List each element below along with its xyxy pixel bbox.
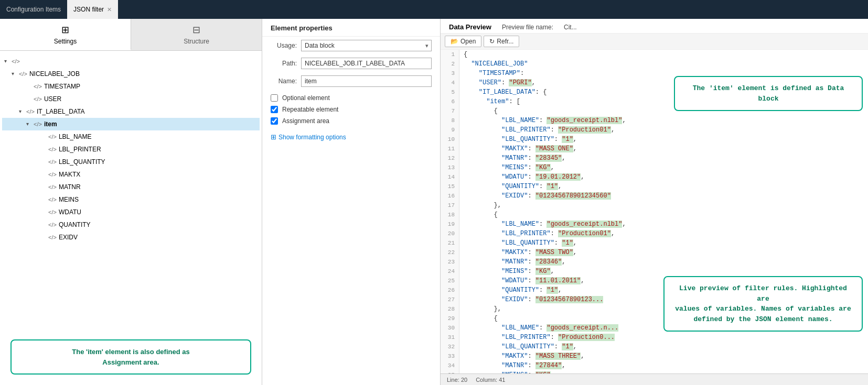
tooltip-live-preview-text: Live preview of filter rules. Highlighte…	[675, 284, 851, 323]
tree-item-meins[interactable]: </> MEINS	[2, 193, 260, 206]
show-formatting-options[interactable]: ⊞ Show formatting options	[262, 129, 440, 145]
middle-panel: Element properties Usage: Data block Pat…	[262, 19, 441, 385]
tab-settings[interactable]: ⊞ Settings	[0, 19, 131, 50]
structure-icon: ⊟	[192, 24, 200, 36]
status-column: Column: 41	[476, 377, 505, 383]
code-line-12: 12 "MATNR": "28345",	[441, 153, 868, 163]
repeatable-element-label: Repeatable element	[282, 106, 338, 113]
refresh-button[interactable]: ↻ Refr...	[484, 36, 519, 47]
main-content: ⊞ Settings ⊟ Structure ▾ </> ▾ </> NICEL…	[0, 19, 868, 385]
tab-settings-label: Settings	[54, 38, 77, 45]
name-input[interactable]	[301, 75, 432, 87]
code-line-32: 32 "LBL_QUANTITY": "1",	[441, 342, 868, 351]
status-bar: Line: 20 Column: 41	[441, 373, 868, 385]
tree-item-maktx[interactable]: </> MAKTX	[2, 168, 260, 181]
usage-select-wrap: Data block	[301, 40, 432, 51]
title-bar: Configuration Items JSON filter ✕	[0, 0, 868, 19]
code-line-24: 24 "MEINS": "KG",	[441, 267, 868, 276]
status-line: Line: 20	[447, 377, 467, 383]
left-panel: ⊞ Settings ⊟ Structure ▾ </> ▾ </> NICEL…	[0, 19, 262, 385]
code-line-11: 11 "MAKTX": "MASS ONE",	[441, 144, 868, 153]
code-line-9: 9 "LBL_PRINTER": "Production01",	[441, 125, 868, 135]
assignment-area-row: Assignment area	[271, 117, 432, 125]
code-line-15: 15 "QUANTITY": "1",	[441, 182, 868, 191]
code-line-34: 34 "MATNR": "27844",	[441, 361, 868, 370]
usage-row: Usage: Data block	[262, 37, 440, 54]
code-area[interactable]: 1 { 2 "NICELABEL_JOB" 3 "TIMESTAMP": 4 "…	[441, 50, 868, 373]
repeatable-element-checkbox[interactable]	[271, 106, 278, 113]
data-preview-title: Data Preview	[449, 23, 491, 31]
code-line-1: 1 {	[441, 50, 868, 59]
code-line-21: 21 "LBL_QUANTITY": "1",	[441, 238, 868, 248]
repeatable-element-row: Repeatable element	[271, 106, 432, 113]
tab-configuration-items[interactable]: Configuration Items	[0, 0, 67, 19]
panel-tabs: ⊞ Settings ⊟ Structure	[0, 19, 262, 51]
checkboxes-area: Optional element Repeatable element Assi…	[262, 90, 440, 129]
refresh-icon: ↻	[489, 38, 495, 45]
tab-structure-label: Structure	[184, 38, 209, 45]
usage-select[interactable]: Data block	[301, 40, 432, 51]
tree-area: ▾ </> ▾ </> NICELABEL_JOB </> TIMESTAMP …	[0, 51, 262, 385]
plus-icon: ⊞	[271, 133, 276, 141]
tree-item-lbl-quantity[interactable]: </> LBL_QUANTITY	[2, 156, 260, 168]
tooltip-data-block: The 'item' element is defined as Data bl…	[674, 76, 863, 111]
code-line-22: 22 "MAKTX": "MASS TWO",	[441, 248, 868, 257]
open-button[interactable]: 📂 Open	[445, 36, 481, 47]
code-line-10: 10 "LBL_QUANTITY": "1",	[441, 135, 868, 144]
tab-json-filter-label: JSON filter	[73, 6, 104, 13]
tab-json-filter[interactable]: JSON filter ✕	[67, 0, 118, 19]
optional-element-label: Optional element	[282, 94, 330, 102]
element-properties-header: Element properties	[262, 19, 440, 37]
code-line-8: 8 "LBL_NAME": "goods_receipt.nlbl",	[441, 116, 868, 125]
code-line-23: 23 "MATNR": "28346",	[441, 257, 868, 267]
tree-item-timestamp[interactable]: </> TIMESTAMP	[2, 80, 260, 93]
path-label: Path:	[271, 60, 297, 67]
tooltip-data-block-text: The 'item' element is defined as Data bl…	[693, 84, 844, 103]
code-line-17: 17 },	[441, 201, 868, 210]
code-line-35: 35 "MEINS": "KG",	[441, 370, 868, 373]
assignment-area-label: Assignment area	[282, 117, 329, 125]
open-label: Open	[460, 38, 476, 45]
tree-item-root[interactable]: ▾ </>	[2, 55, 260, 68]
tree-item-lbl-printer[interactable]: </> LBL_PRINTER	[2, 143, 260, 156]
preview-file-value: Cit...	[564, 24, 577, 31]
code-line-13: 13 "MEINS": "KG",	[441, 163, 868, 172]
formatting-link-label: Show formatting options	[278, 134, 346, 141]
tooltip-assignment-area: The 'item' element is also defined asAss…	[10, 339, 251, 375]
tree-item-matnr[interactable]: </> MATNR	[2, 181, 260, 193]
chevron-down-icon: ▾	[26, 119, 34, 129]
tree-item-quantity[interactable]: </> QUANTITY	[2, 218, 260, 231]
tree-item-wdatu[interactable]: </> WDATU	[2, 206, 260, 218]
code-line-18: 18 {	[441, 210, 868, 219]
open-icon: 📂	[451, 38, 458, 45]
code-line-31: 31 "LBL_PRINTER": "Production0...	[441, 333, 868, 342]
usage-label: Usage:	[271, 42, 297, 49]
tooltip-live-preview: Live preview of filter rules. Highlighte…	[663, 276, 863, 332]
assignment-area-checkbox[interactable]	[271, 117, 278, 125]
name-label: Name:	[271, 78, 297, 85]
close-icon[interactable]: ✕	[107, 6, 112, 13]
chevron-down-icon: ▾	[19, 106, 26, 117]
tree-item-it-label-data[interactable]: ▾ </> IT_LABEL_DATA	[2, 105, 260, 118]
right-panel: Data Preview Preview file name: Cit... 📂…	[441, 19, 868, 385]
tree-item-item[interactable]: ▾ </> item	[2, 118, 260, 130]
tree-item-exidv[interactable]: </> EXIDV	[2, 231, 260, 244]
settings-icon: ⊞	[61, 24, 69, 36]
optional-element-checkbox[interactable]	[271, 94, 278, 102]
path-input[interactable]	[301, 58, 432, 69]
code-line-2: 2 "NICELABEL_JOB"	[441, 59, 868, 69]
path-row: Path:	[262, 54, 440, 72]
tree-item-nicelabel-job[interactable]: ▾ </> NICELABEL_JOB	[2, 68, 260, 80]
refresh-label: Refr...	[497, 38, 513, 45]
code-line-33: 33 "MAKTX": "MASS THREE",	[441, 351, 868, 361]
name-row: Name:	[262, 72, 440, 90]
code-line-20: 20 "LBL_PRINTER": "Production01",	[441, 229, 868, 238]
code-line-19: 19 "LBL_NAME": "goods_receipt.nlbl",	[441, 219, 868, 229]
tree-item-lbl-name[interactable]: </> LBL_NAME	[2, 130, 260, 143]
code-line-16: 16 "EXIDV": "012345678901234560"	[441, 191, 868, 201]
chevron-down-icon: ▾	[12, 69, 19, 79]
chevron-down-icon: ▾	[4, 56, 12, 67]
tree-item-user[interactable]: </> USER	[2, 93, 260, 105]
tab-structure[interactable]: ⊟ Structure	[131, 19, 262, 50]
preview-toolbar: 📂 Open ↻ Refr...	[441, 34, 868, 50]
